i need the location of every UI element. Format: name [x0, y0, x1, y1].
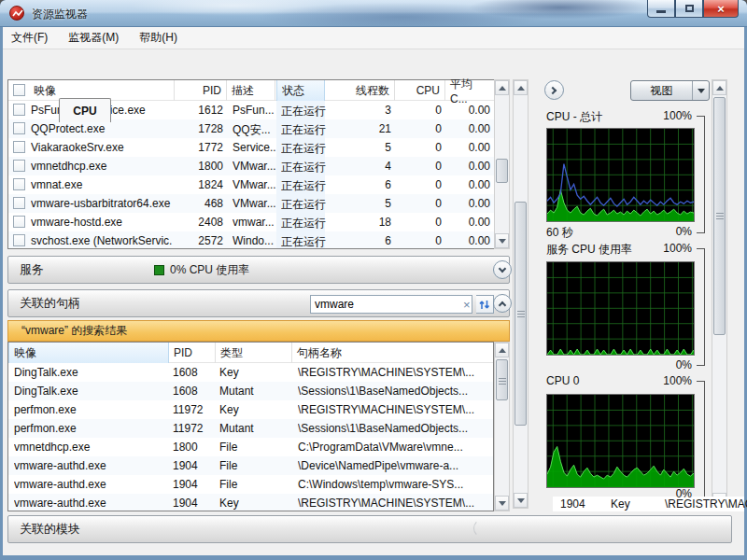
- cell-c-avg: 0.00: [445, 122, 490, 135]
- clear-search-icon[interactable]: ×: [463, 298, 471, 312]
- process-row[interactable]: vmware-usbarbitrator64.exe468VMwar...正在运…: [8, 194, 494, 213]
- search-input[interactable]: [311, 298, 463, 311]
- handles-table: 映像 PID 类型 句柄名称 DingTalk.exe1608Key\REGIS…: [7, 342, 494, 511]
- col-handle-pid[interactable]: PID: [169, 343, 216, 363]
- row-checkbox[interactable]: [13, 141, 25, 153]
- close-button[interactable]: ×: [703, 0, 739, 18]
- minimize-button[interactable]: [647, 0, 675, 18]
- cell-c-cpu: 0: [395, 234, 442, 247]
- process-row[interactable]: vmnat.exe1824VMwar...正在运行600.00: [8, 175, 494, 194]
- cell-c-img: vmware-hostd.exe: [31, 216, 173, 229]
- cell-c-img: vmnetdhcp.exe: [31, 160, 173, 173]
- right-panel-scrollbar[interactable]: [712, 79, 727, 509]
- cell-c-cpu: 0: [395, 160, 442, 173]
- handle-row[interactable]: vmware-authd.exe1904FileC:\Windows\temp\…: [8, 475, 493, 494]
- chevron-up-icon: [499, 301, 506, 308]
- process-row[interactable]: ViakaraokeSrv.exe1772Service...正在运行500.0…: [8, 138, 494, 157]
- search-go-button[interactable]: [476, 295, 494, 314]
- services-expand-button[interactable]: [493, 260, 512, 279]
- cell-c2-pid: 1800: [173, 441, 214, 454]
- handle-row[interactable]: perfmon.exe11972Mutant\Sessions\1\BaseNa…: [8, 419, 493, 438]
- cell-c-thr: 5: [330, 141, 391, 154]
- cell-c-img: ViakaraokeSrv.exe: [31, 141, 173, 154]
- select-all-checkbox[interactable]: [13, 84, 25, 96]
- row-checkbox[interactable]: [13, 197, 25, 209]
- cell-c2-type: Key: [219, 497, 292, 510]
- cell-c2-pid: 11972: [173, 403, 214, 416]
- artifact-pid: 1904: [560, 497, 585, 511]
- col-desc[interactable]: 描述: [227, 80, 275, 101]
- cell-c-cpu: 0: [395, 122, 442, 135]
- views-dropdown-arrow[interactable]: [692, 81, 709, 100]
- cell-c-avg: 0.00: [445, 104, 490, 117]
- handle-row[interactable]: vmware-authd.exe1904Key\REGISTRY\MACHINE…: [8, 494, 493, 511]
- cell-c-pid: 1824: [175, 178, 223, 191]
- cell-c-status: 正在运行: [281, 122, 328, 138]
- cell-c2-type: Key: [219, 403, 292, 416]
- cell-c-thr: 5: [330, 197, 391, 210]
- col-handle-type[interactable]: 类型: [216, 343, 292, 363]
- process-table-scrollbar[interactable]: [494, 79, 510, 249]
- handle-row[interactable]: DingTalk.exe1608Key\REGISTRY\MACHINE\SYS…: [8, 363, 493, 382]
- handles-collapse-button[interactable]: [493, 294, 512, 313]
- cell-c-desc: QQ安...: [233, 122, 275, 138]
- handle-row[interactable]: vmnetdhcp.exe1800FileC:\ProgramData\VMwa…: [8, 438, 493, 456]
- row-checkbox[interactable]: [13, 104, 25, 116]
- process-row[interactable]: vmware-hostd.exe2408vmwar...正在运行1800.00: [8, 213, 494, 231]
- cell-c-pid: 1772: [175, 141, 223, 154]
- row-checkbox[interactable]: [13, 178, 25, 190]
- cell-c2-pid: 1608: [173, 385, 214, 398]
- row-checkbox[interactable]: [13, 216, 25, 228]
- graph2-title: 服务 CPU 使用率: [546, 242, 632, 258]
- process-row[interactable]: QQProtect.exe1728QQ安...正在运行2100.00: [8, 119, 494, 138]
- cell-c2-name: \REGISTRY\MACHINE\SYSTEM\...: [298, 497, 490, 510]
- views-button[interactable]: 视图: [630, 80, 710, 101]
- graph2-max: 100%: [645, 242, 692, 255]
- graph3-min: 0%: [645, 487, 692, 500]
- menu-file[interactable]: 文件(F): [11, 30, 48, 46]
- handle-rows: DingTalk.exe1608Key\REGISTRY\MACHINE\SYS…: [8, 363, 493, 511]
- cell-c2-pid: 1904: [173, 459, 214, 472]
- col-handle-name[interactable]: 句柄名称: [292, 343, 494, 363]
- process-row[interactable]: vmnetdhcp.exe1800VMwar...正在运行400.00: [8, 157, 494, 175]
- maximize-button[interactable]: [675, 0, 703, 18]
- handle-row[interactable]: vmware-authd.exe1904File\Device\NamedPip…: [8, 456, 493, 475]
- cpu0-graph: [546, 394, 695, 488]
- cell-c-thr: 6: [330, 234, 391, 247]
- graph2-min: 0%: [645, 358, 692, 371]
- handles-search: ×: [310, 295, 472, 314]
- process-row[interactable]: svchost.exe (NetworkServic...2572Windo..…: [8, 231, 494, 248]
- handle-row[interactable]: perfmon.exe11972Key\REGISTRY\MACHINE\SYS…: [8, 400, 493, 419]
- services-section-bar[interactable]: 服务 0% CPU 使用率: [7, 256, 510, 284]
- handles-table-scrollbar[interactable]: [494, 342, 510, 511]
- tab-cpu[interactable]: CPU: [59, 98, 111, 122]
- cell-c-avg: 0.00: [445, 234, 490, 247]
- handle-row[interactable]: DingTalk.exe1608Mutant\Sessions\1\BaseNa…: [8, 382, 493, 400]
- col-status[interactable]: 状态: [276, 80, 325, 101]
- row-checkbox[interactable]: [13, 234, 25, 246]
- cell-c-pid: 468: [175, 197, 223, 210]
- row-checkbox[interactable]: [13, 122, 25, 134]
- cell-c2-type: File: [219, 459, 292, 472]
- modules-section-bar[interactable]: 关联的模块: [7, 515, 732, 543]
- handles-section-bar[interactable]: 关联的句柄 ×: [7, 289, 510, 317]
- menu-help[interactable]: 帮助(H): [139, 30, 177, 46]
- col-handle-image[interactable]: 映像: [8, 343, 169, 363]
- menu-monitor[interactable]: 监视器(M): [68, 30, 119, 46]
- col-pid[interactable]: PID: [175, 80, 227, 101]
- col-threads[interactable]: 线程数: [326, 80, 395, 101]
- cell-c-desc: Service...: [233, 141, 275, 154]
- cell-c-status: 正在运行: [281, 141, 328, 157]
- col-avg-cpu[interactable]: 平均 C...: [445, 80, 494, 101]
- cell-c-cpu: 0: [395, 216, 442, 229]
- row-checkbox[interactable]: [13, 160, 25, 172]
- title-bar[interactable]: 资源监视器 ×: [0, 0, 747, 27]
- cell-c2-name: \REGISTRY\MACHINE\SYSTEM\...: [298, 403, 490, 416]
- left-pane-scrollbar[interactable]: [513, 79, 529, 509]
- cell-c-desc: VMwar...: [233, 197, 275, 210]
- cell-c2-name: C:\ProgramData\VMware\vmne...: [298, 441, 490, 454]
- cell-c2-pid: 1904: [173, 497, 214, 510]
- menu-bar: 文件(F) 监视器(M) 帮助(H): [3, 27, 744, 49]
- col-cpu[interactable]: CPU: [395, 80, 445, 101]
- panel-collapse-button[interactable]: [544, 80, 564, 100]
